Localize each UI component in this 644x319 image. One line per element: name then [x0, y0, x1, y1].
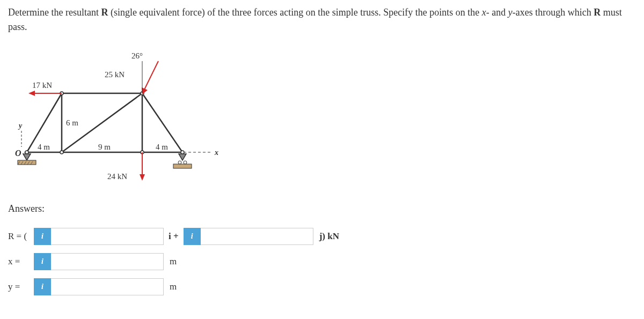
problem-y: y — [508, 7, 513, 18]
svg-marker-29 — [140, 174, 145, 181]
x-input-wrapper: i — [34, 253, 164, 270]
dim-6m: 6 m — [66, 118, 78, 127]
x-axis-label: x — [214, 149, 218, 157]
info-icon[interactable]: i — [34, 228, 51, 245]
y-axis-label: y — [18, 122, 23, 130]
j-unit-text: j) kN — [319, 231, 339, 242]
problem-R: R — [101, 7, 108, 18]
problem-text-3: - and — [486, 7, 508, 18]
dim-9m: 9 m — [98, 143, 111, 151]
svg-point-8 — [25, 151, 28, 154]
x-input[interactable] — [51, 253, 164, 270]
y-unit: m — [170, 281, 177, 292]
y-input-wrapper: i — [34, 278, 164, 295]
answer-row-R: R = ( i i + i j) kN — [8, 228, 636, 245]
info-icon[interactable]: i — [34, 278, 51, 295]
svg-point-21 — [184, 161, 187, 164]
problem-text-4: -axes through which — [513, 7, 594, 18]
problem-text-2: (single equivalent force) of the three f… — [108, 7, 481, 18]
svg-marker-24 — [28, 91, 35, 96]
dim-4m-left: 4 m — [38, 143, 50, 151]
svg-point-11 — [181, 151, 184, 154]
x-label: x = — [8, 256, 32, 267]
y-label: y = — [8, 281, 32, 292]
answer-row-y: y = i m — [8, 278, 636, 295]
svg-point-9 — [60, 151, 63, 154]
svg-point-20 — [178, 161, 181, 164]
force-24-label: 24 kN — [107, 172, 127, 181]
problem-x: x — [482, 7, 486, 18]
R-i-input-wrapper: i — [34, 228, 164, 245]
angle-label: 26° — [131, 51, 143, 60]
info-icon[interactable]: i — [34, 253, 51, 270]
force-25-label: 25 kN — [105, 70, 125, 79]
force-17-label: 17 kN — [32, 81, 52, 90]
answers-section: Answers: R = ( i i + i j) kN x = i m y =… — [8, 203, 636, 295]
svg-rect-22 — [173, 164, 192, 168]
truss-diagram: 26° 25 kN 17 kN 24 kN 6 m 4 m 9 m 4 m y … — [8, 48, 223, 187]
R-j-input-wrapper: i — [184, 228, 313, 245]
answer-row-x: x = i m — [8, 253, 636, 270]
y-input[interactable] — [51, 278, 164, 295]
info-icon[interactable]: i — [184, 228, 201, 245]
dim-4m-right: 4 m — [156, 143, 168, 151]
x-unit: m — [170, 256, 177, 267]
answers-title: Answers: — [8, 203, 636, 214]
problem-R2: R — [594, 7, 601, 18]
problem-text-1: Determine the resultant — [8, 7, 101, 18]
R-i-input[interactable] — [51, 228, 164, 245]
origin-label: O — [15, 149, 21, 158]
R-j-input[interactable] — [201, 228, 313, 245]
problem-statement: Determine the resultant R (single equiva… — [8, 5, 636, 34]
i-plus-text: i + — [169, 231, 179, 242]
R-label: R = ( — [8, 231, 32, 242]
svg-line-25 — [144, 61, 158, 91]
svg-rect-14 — [18, 160, 36, 165]
